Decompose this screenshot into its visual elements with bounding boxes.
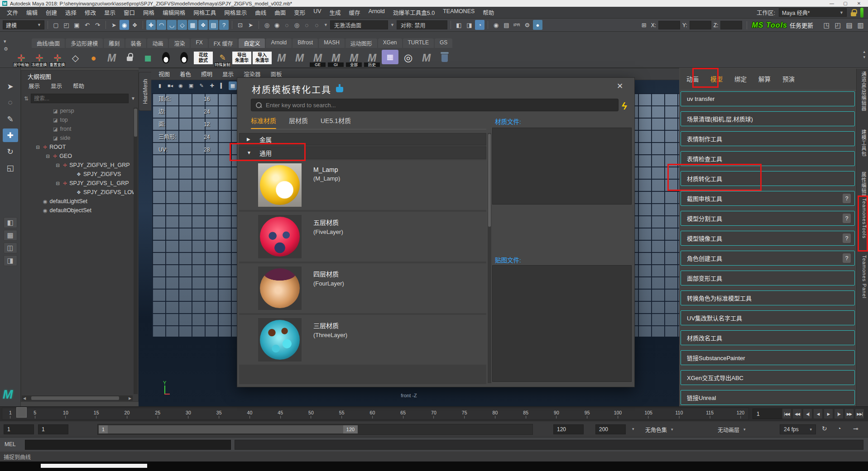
三层材质[interactable]: 三层材质(ThreeLayer) (239, 315, 486, 365)
outliner-item-front[interactable]: ◪front (21, 124, 138, 133)
expand-toggle[interactable]: ⊟ (35, 145, 41, 150)
M_Lamp[interactable]: M_Lamp(M_Lamp) (239, 160, 486, 210)
shelf-tab[interactable]: GS (435, 38, 452, 48)
shelf-penguin-icon[interactable] (158, 48, 174, 67)
command-result-field[interactable] (235, 440, 863, 450)
material-group-common[interactable]: ▼通用 (239, 147, 486, 159)
snap-film-icon[interactable]: ▤ (209, 20, 218, 30)
shelf-tab[interactable]: 动画 (147, 38, 168, 48)
menu-item[interactable]: 选择 (61, 8, 81, 17)
outliner-item-root[interactable]: ⊟✛ROOT (21, 143, 138, 152)
animation-clock-icon[interactable]: ◔ (475, 20, 484, 30)
auto-keyframe-icon[interactable]: ⊸ (853, 425, 858, 432)
tool-button-link-unreal[interactable]: 链接Unreal? (681, 390, 855, 405)
lock-workspace-icon[interactable] (850, 9, 857, 16)
menu-item[interactable]: 生成 (326, 8, 345, 17)
history-ring-icon[interactable]: ◌ (312, 20, 321, 30)
viewport-lock-camera-icon[interactable]: ◉ (177, 81, 185, 90)
shelf-mesh-ball-icon[interactable]: ● (85, 48, 102, 67)
select-tool[interactable]: ➤ (3, 80, 18, 93)
anim-layer-dropdown[interactable]: 无动画层 ▾ (718, 424, 746, 434)
undo-icon[interactable]: ↶ (82, 20, 92, 30)
viewport-menu-item[interactable]: 着色 (180, 70, 191, 78)
outliner-item-top[interactable]: ◪top (21, 115, 138, 124)
viewport-menu-item[interactable]: 显示 (222, 70, 234, 78)
z-coordinate-field[interactable] (720, 21, 742, 29)
tab-teamones-panel[interactable]: Teamones Panel (858, 255, 867, 314)
layout-single-pane[interactable]: ◧ (4, 217, 17, 228)
tool-button-model-split[interactable]: 模型分割工具? (681, 211, 855, 226)
current-frame-field[interactable]: 1 (753, 409, 784, 419)
chevron-down-icon[interactable]: ▾ (632, 427, 634, 431)
shelf-tab[interactable]: TURTLE (403, 38, 434, 48)
shelf-mel-script[interactable]: M (273, 48, 290, 67)
shelf-uv-editor-icon[interactable]: ▦ (382, 50, 398, 64)
shelf-mel-script[interactable]: M (418, 48, 435, 67)
animation-start-field[interactable]: 1 (38, 424, 68, 434)
snap-view-plane-icon[interactable]: ▦ (188, 20, 197, 30)
chevron-down-icon[interactable]: ▼ (390, 23, 394, 27)
outliner-horizontal-scrollbar[interactable]: ◀ ▶ (22, 395, 133, 401)
step-forward-frame-button[interactable]: |▶ (834, 409, 844, 419)
active-surface-field[interactable]: 无激活曲面 (330, 20, 388, 29)
menu-item[interactable]: 曲线 (251, 8, 270, 17)
tool-button-uv-transfer[interactable]: uv transfer? (681, 91, 855, 106)
history-ring-icon[interactable]: ◌ (302, 20, 312, 30)
outliner-search-input[interactable] (31, 94, 129, 103)
expand-toggle[interactable]: ⊟ (55, 163, 61, 168)
sidebar-tab[interactable]: 预演 (782, 74, 795, 90)
tool-button-expression-check[interactable]: 表情检查工具? (681, 151, 855, 166)
shelf-wire-sphere-icon[interactable]: ◇ (67, 48, 84, 67)
material-list-scrollbar[interactable] (488, 133, 491, 383)
y-coordinate-field[interactable] (690, 21, 711, 29)
menu-item[interactable]: 曲面 (270, 8, 290, 17)
new-scene-icon[interactable]: ▢ (51, 20, 61, 30)
select-hierarchy-icon[interactable]: ➤ (109, 20, 119, 30)
grid-display-icon[interactable]: ▤ (844, 20, 854, 30)
save-scene-icon[interactable]: ▣ (72, 20, 82, 30)
snap-point-icon[interactable]: ◡ (167, 20, 177, 30)
mstools-logo[interactable]: MS Tools (752, 21, 787, 29)
lock-icon[interactable]: ⊡ (235, 20, 245, 30)
expand-toggle[interactable]: ⊟ (45, 154, 51, 159)
history-ring-icon[interactable]: ◌ (282, 20, 292, 30)
menu-item[interactable]: 帮助 (479, 8, 498, 17)
dialog-tab[interactable]: 标准材质 (251, 116, 276, 129)
playback-start-field[interactable]: 1 (4, 424, 34, 434)
character-set-dropdown[interactable]: 无角色集 ▾ (645, 424, 673, 434)
tool-button-model-mirror[interactable]: 模型镜像工具? (681, 231, 855, 246)
sidebar-tab[interactable]: 模型 (710, 74, 723, 90)
shelf-tab[interactable]: FX 缓存 (209, 38, 238, 48)
menu-item[interactable]: 窗口 (120, 8, 139, 17)
shelf-circles-icon[interactable]: ◎ (400, 48, 417, 67)
construction-history-toggle-icon[interactable]: ◧ (454, 20, 464, 30)
menu-item[interactable]: 网格显示 (220, 8, 251, 17)
filter-icon[interactable]: ⇅ (24, 95, 29, 102)
go-to-start-button[interactable]: |◀◀ (782, 409, 791, 419)
shelf-tab[interactable]: XGen (378, 38, 402, 48)
menu-set-dropdown[interactable]: 建模 ▼ (3, 20, 44, 29)
select-component-icon[interactable]: ❖ (130, 20, 139, 30)
sidebar-tab[interactable]: 绑定 (734, 74, 747, 90)
layout-four-pane[interactable]: ▦ (4, 230, 17, 241)
outliner-item-spjy-zigfvs[interactable]: ❖SPJY_ZIGFVS (21, 170, 138, 179)
range-slider-handle[interactable]: 1 120 (99, 425, 358, 433)
snap-help-icon[interactable]: ? (219, 20, 229, 30)
tool-button-link-substance-painter[interactable]: 链接SubstancePainter? (681, 350, 855, 365)
outliner-menu-item[interactable]: 展示 (29, 81, 40, 91)
loop-playback-icon[interactable]: ↻ (822, 425, 827, 432)
shelf-pattern-european[interactable]: 花纹 欧式 (194, 48, 213, 67)
step-back-frame-button[interactable]: ◀| (803, 409, 812, 419)
outliner-item-side[interactable]: ◪side (21, 133, 138, 143)
expand-arrow-icon[interactable]: ▼ (247, 150, 252, 155)
task-update-menu[interactable]: 任务更新 (790, 21, 813, 29)
sidebar-tab[interactable]: 解算 (758, 74, 771, 90)
minimize-button[interactable]: — (825, 1, 839, 6)
menu-item[interactable]: 网格工具 (189, 8, 220, 17)
move-tool[interactable]: ✚ (3, 128, 18, 142)
outliner-item-default-object-set[interactable]: ◉defaultObjectSet (21, 206, 138, 215)
refresh-lightning-icon[interactable]: ϟ (621, 100, 628, 112)
shelf-penguin-icon[interactable] (176, 48, 192, 67)
snap-projected-center-icon[interactable]: ◇ (177, 20, 187, 30)
menu-item[interactable]: 劲爆羊工具盒5.0 (389, 8, 439, 17)
